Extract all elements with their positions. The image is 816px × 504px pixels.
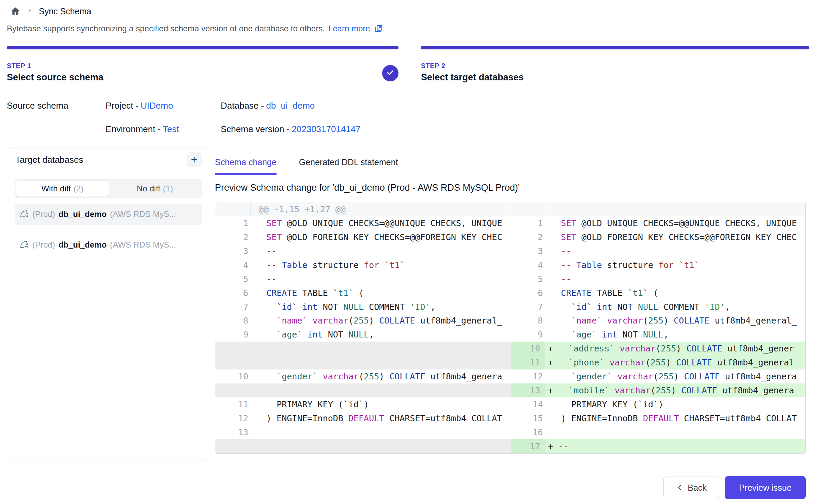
diff-row-placeholder [215,383,511,397]
page-title: Sync Schema [39,6,91,16]
line-number [215,356,251,369]
diff-row: 5 -- [511,272,805,286]
line-number: 11 [511,356,545,369]
diff-row: 9 `age` int NOT NULL, [511,328,805,342]
code-line: -- [548,244,805,258]
db-environment: (Prod) [32,240,55,250]
line-number: 12 [514,369,548,383]
line-number: 17 [511,439,545,453]
database-link[interactable]: db_ui_demo [266,100,315,111]
line-number: 9 [218,328,253,342]
line-number: 7 [218,300,253,314]
schema-diff-viewer[interactable]: @@ -1,15 +1,27 @@1 SET @OLD_UNIQUE_CHECK… [215,202,806,454]
diff-row: 8 `name` varchar(255) COLLATE utf8mb4_ge… [215,314,511,328]
line-number: 10 [218,369,253,383]
diff-row [511,202,805,216]
diff-row: 11 PRIMARY KEY (`id`) [215,397,511,411]
code-line: SET @OLD_UNIQUE_CHECKS=@@UNIQUE_CHECKS, … [548,216,805,230]
preview-issue-button[interactable]: Preview issue [725,476,806,499]
line-number: 8 [514,314,548,328]
filter-count: (2) [74,184,83,193]
code-line: `name` varchar(255) COLLATE utf8mb4_gene… [548,314,805,328]
step1-progress-bar [7,46,398,49]
diff-row: 8 `name` varchar(255) COLLATE utf8mb4_ge… [511,314,805,328]
learn-more-link[interactable]: Learn more [328,24,370,33]
db-instance: (AWS RDS MyS... [110,240,176,250]
database-field: Database -db_ui_demo [221,100,361,111]
environment-field: Environment -Test [106,124,221,135]
target-databases-panel: Target databases + With diff(2)No diff(1… [7,147,210,460]
line-number [511,202,545,216]
code-line: + `mobile` varchar(255) COLLATE utf8mb4_… [545,383,805,397]
diff-filter-with-diff[interactable]: With diff(2) [16,180,109,197]
code-line: SET @OLD_UNIQUE_CHECKS=@@UNIQUE_CHECKS, … [253,216,511,230]
back-button[interactable]: Back [663,476,719,499]
line-number: 8 [218,314,253,328]
diff-row: 9 `age` int NOT NULL, [215,328,511,342]
environment-link[interactable]: Test [163,124,179,134]
diff-row-placeholder [215,439,511,453]
diff-row: 6 CREATE TABLE `t1` ( [511,286,805,300]
diff-row: 2 SET @OLD_FOREIGN_KEY_CHECKS=@@FOREIGN_… [215,230,511,244]
external-link-icon[interactable] [374,25,383,33]
diff-row: 12 `gender` varchar(255) COLLATE utf8mb4… [511,369,805,383]
line-number: 6 [218,286,253,300]
line-number: 11 [218,397,253,411]
code-line: `name` varchar(255) COLLATE utf8mb4_gene… [253,314,511,328]
step1-label: STEP 1 [7,62,31,70]
line-number: 1 [218,216,253,230]
diff-row: 7 `id` int NOT NULL COMMENT 'ID', [215,300,511,314]
target-database-item[interactable]: (Prod)db_ui_demo(AWS RDS MyS... [15,204,202,225]
source-schema-fields: Project -UIDemo Database -db_ui_demo Env… [106,100,361,135]
source-schema-label: Source schema [7,100,68,111]
code-line: `id` int NOT NULL COMMENT 'ID', [253,300,511,314]
home-icon[interactable] [10,6,20,16]
line-number: 15 [514,411,548,425]
line-number: 14 [514,397,548,411]
preview-tabs: Schema change Generated DDL statement [215,157,398,175]
tab-schema-change[interactable]: Schema change [215,157,277,175]
diff-row-placeholder [215,356,511,369]
breadcrumb: Sync Schema [10,5,91,18]
line-number [215,202,251,216]
check-icon [386,68,395,78]
line-number [215,383,251,397]
code-line: `age` int NOT NULL, [253,328,511,342]
diff-row: 3 -- [511,244,805,258]
code-line: -- [253,272,511,286]
target-database-item[interactable]: (Prod)db_ui_demo(AWS RDS MyS... [15,234,202,255]
diff-row: 13 [215,425,511,439]
diff-row: 12 ) ENGINE=InnoDB DEFAULT CHARSET=utf8m… [215,411,511,425]
diff-row: 14 PRIMARY KEY (`id`) [511,397,805,411]
filter-count: (1) [163,184,173,193]
tab-generated-ddl[interactable]: Generated DDL statement [299,157,398,175]
code-line: `age` int NOT NULL, [548,328,805,342]
code-line: ) ENGINE=InnoDB DEFAULT CHARSET=utf8mb4 … [253,411,511,425]
code-line: -- [253,244,511,258]
code-line [251,356,511,369]
chevron-left-icon [676,484,684,491]
step1-completed-badge [382,65,398,81]
chevron-right-icon [27,7,33,15]
line-number: 4 [514,258,548,272]
code-line [251,439,511,453]
line-number: 4 [218,258,253,272]
schema-version-field: Schema version -20230317014147 [221,124,361,135]
line-number: 16 [514,425,548,439]
diff-filter-no-diff[interactable]: No diff(1) [109,180,201,197]
add-target-database-button[interactable]: + [187,152,202,167]
project-link[interactable]: UIDemo [141,100,173,111]
line-number: 3 [514,244,548,258]
mysql-icon [19,209,29,219]
diff-row-added: 11+ `phone` varchar(255) COLLATE utf8mb4… [511,356,805,369]
diff-row: 3 -- [215,244,511,258]
schema-version-link[interactable]: 20230317014147 [292,124,360,134]
line-number: 2 [218,230,253,244]
plus-icon: + [191,154,198,165]
page-description: Bytebase supports synchronizing a specif… [7,24,383,33]
db-name: db_ui_demo [59,240,107,250]
code-line: + -- [545,439,805,453]
code-line [545,202,805,216]
diff-row: 1 SET @OLD_UNIQUE_CHECKS=@@UNIQUE_CHECKS… [511,216,805,230]
filter-label: No diff [137,184,160,193]
